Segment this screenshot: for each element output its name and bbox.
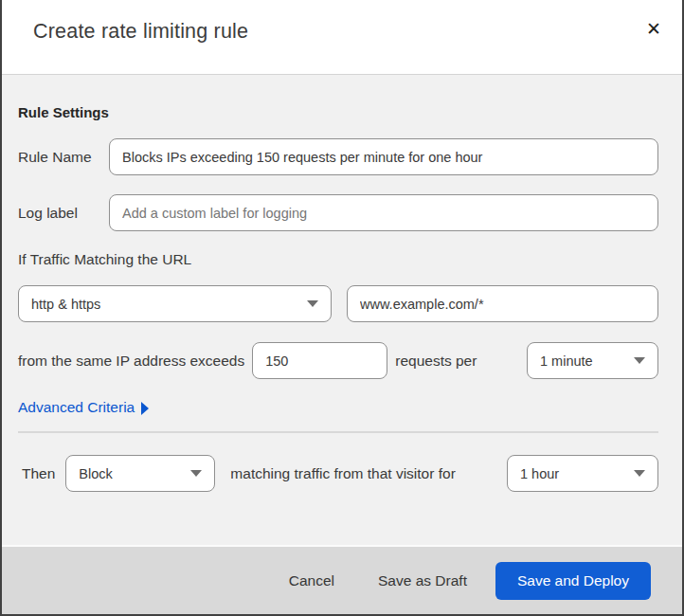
modal-header: Create rate limiting rule ✕ bbox=[2, 0, 682, 75]
modal-title: Create rate limiting rule bbox=[33, 20, 682, 44]
chevron-down-icon bbox=[634, 357, 645, 364]
action-middle-text: matching traffic from that visitor for bbox=[230, 465, 455, 482]
advanced-criteria-label: Advanced Criteria bbox=[18, 399, 135, 416]
duration-select-value: 1 hour bbox=[520, 466, 559, 481]
duration-select[interactable]: 1 hour bbox=[507, 455, 658, 492]
action-row: Then Block matching traffic from that vi… bbox=[18, 455, 658, 492]
chevron-right-icon bbox=[141, 402, 149, 415]
log-label-input[interactable] bbox=[109, 194, 658, 231]
action-select[interactable]: Block bbox=[65, 455, 215, 492]
scheme-select[interactable]: http & https bbox=[18, 285, 332, 322]
advanced-criteria-link[interactable]: Advanced Criteria bbox=[18, 399, 149, 416]
rate-limit-modal: Create rate limiting rule ✕ Rule Setting… bbox=[0, 0, 684, 616]
rule-settings-heading: Rule Settings bbox=[18, 75, 658, 120]
traffic-match-row: http & https bbox=[18, 285, 658, 322]
log-label-row: Log label bbox=[18, 194, 658, 231]
close-icon[interactable]: ✕ bbox=[640, 15, 667, 42]
chevron-down-icon bbox=[634, 470, 645, 477]
request-count-input[interactable] bbox=[252, 342, 387, 379]
url-pattern-input[interactable] bbox=[347, 285, 658, 322]
threshold-row: from the same IP address exceeds request… bbox=[18, 342, 658, 379]
threshold-prefix-text: from the same IP address exceeds bbox=[18, 353, 244, 370]
chevron-down-icon bbox=[307, 300, 318, 307]
then-label: Then bbox=[22, 465, 55, 482]
scheme-select-value: http & https bbox=[31, 297, 100, 312]
cancel-button[interactable]: Cancel bbox=[289, 572, 334, 589]
modal-body: Rule Settings Rule Name Log label If Tra… bbox=[2, 75, 682, 545]
chevron-down-icon bbox=[190, 470, 202, 477]
period-select[interactable]: 1 minute bbox=[527, 342, 658, 379]
section-divider bbox=[18, 431, 658, 433]
modal-footer: Cancel Save as Draft Save and Deploy bbox=[2, 545, 682, 614]
save-and-deploy-button[interactable]: Save and Deploy bbox=[495, 562, 651, 600]
traffic-match-heading: If Traffic Matching the URL bbox=[18, 251, 658, 268]
threshold-middle-text: requests per bbox=[395, 353, 477, 370]
rule-name-label: Rule Name bbox=[18, 149, 109, 166]
log-label-label: Log label bbox=[18, 205, 109, 222]
period-select-value: 1 minute bbox=[540, 353, 593, 369]
rule-name-input[interactable] bbox=[109, 138, 658, 175]
rule-name-row: Rule Name bbox=[18, 138, 658, 175]
save-as-draft-button[interactable]: Save as Draft bbox=[378, 572, 467, 589]
action-select-value: Block bbox=[79, 466, 112, 481]
